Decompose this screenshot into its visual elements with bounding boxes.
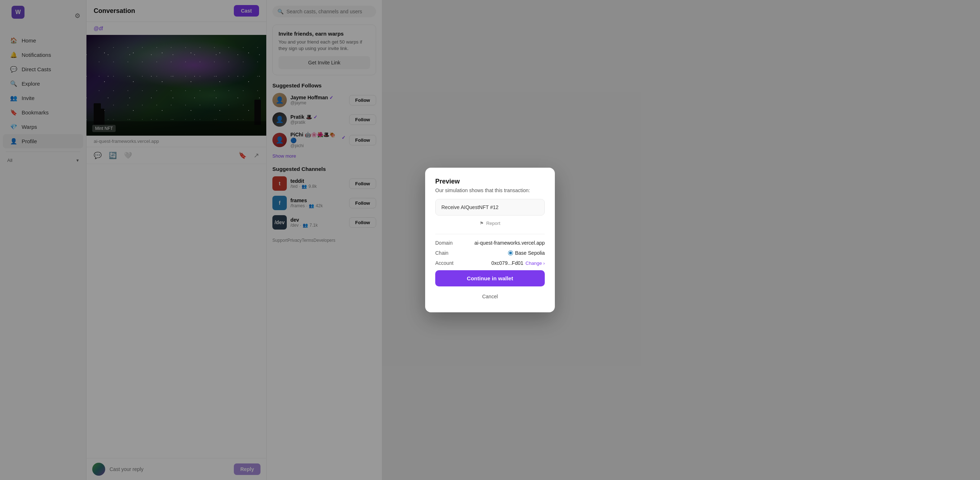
modal-overlay[interactable]: Preview Our simulation shows that this t… bbox=[0, 0, 980, 480]
domain-value: ai-quest-frameworks.vercel.app bbox=[474, 240, 545, 246]
change-account-link[interactable]: Change › bbox=[526, 260, 545, 266]
account-label: Account bbox=[435, 260, 453, 266]
modal-report[interactable]: ⚑ Report bbox=[435, 217, 545, 230]
modal-chain-field: Chain Base Sepolia bbox=[435, 250, 545, 256]
domain-label: Domain bbox=[435, 240, 453, 246]
chain-label: Chain bbox=[435, 250, 449, 256]
modal-domain-field: Domain ai-quest-frameworks.vercel.app bbox=[435, 240, 545, 246]
chain-dot-icon bbox=[508, 251, 513, 255]
preview-modal: Preview Our simulation shows that this t… bbox=[425, 168, 555, 312]
continue-in-wallet-button[interactable]: Continue in wallet bbox=[435, 270, 545, 287]
modal-title: Preview bbox=[435, 178, 545, 185]
modal-account-field: Account 0xc079...Fd01 Change › bbox=[435, 260, 545, 266]
cancel-button[interactable]: Cancel bbox=[435, 291, 545, 302]
modal-receive-box: Receive AIQuestNFT #12 bbox=[435, 199, 545, 215]
chain-value: Base Sepolia bbox=[508, 250, 545, 256]
account-value: 0xc079...Fd01 Change › bbox=[492, 260, 545, 266]
receive-text: Receive AIQuestNFT #12 bbox=[441, 204, 539, 210]
modal-subtitle: Our simulation shows that this transacti… bbox=[435, 187, 545, 193]
modal-divider bbox=[435, 234, 545, 234]
report-flag-icon: ⚑ bbox=[480, 220, 484, 226]
